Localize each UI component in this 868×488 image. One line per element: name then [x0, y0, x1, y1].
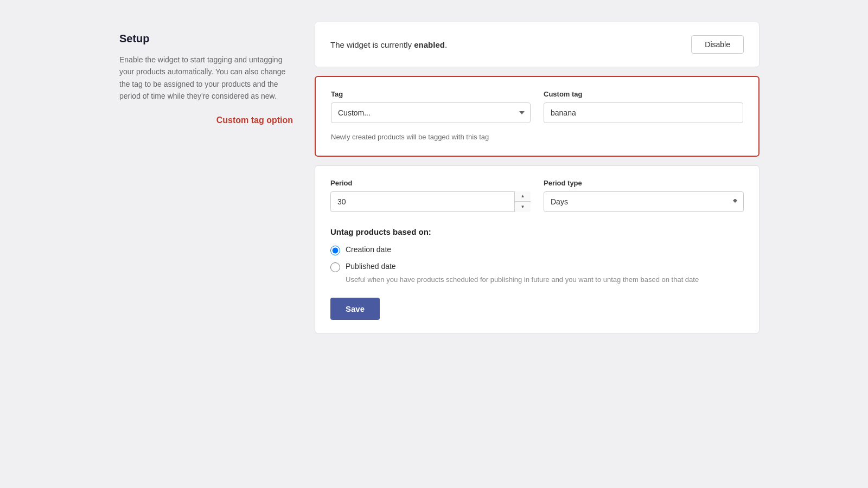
period-up-arrow[interactable]: ▲	[515, 191, 531, 202]
radio-published-date-hint: Useful when you have products scheduled …	[346, 274, 744, 285]
custom-tag-form-group: Custom tag	[544, 90, 743, 123]
tag-label: Tag	[331, 90, 531, 98]
tag-form-group: Tag Custom... New Sale Featured	[331, 90, 531, 123]
radio-item-published-date: Published date Useful when you have prod…	[330, 262, 744, 285]
settings-card: Period ▲ ▼ Period type Days	[315, 165, 760, 334]
radio-item-published: Published date	[330, 262, 744, 272]
period-type-label: Period type	[544, 179, 744, 187]
sidebar-description: Enable the widget to start tagging and u…	[119, 54, 293, 102]
period-type-select-wrapper: Days Weeks Months	[544, 191, 744, 212]
widget-status-text: The widget is currently enabled.	[330, 40, 447, 49]
save-button[interactable]: Save	[330, 298, 380, 320]
custom-tag-input[interactable]	[544, 102, 743, 123]
radio-item-creation: Creation date	[330, 245, 744, 255]
radio-creation-date[interactable]	[330, 246, 340, 255]
period-down-arrow[interactable]: ▼	[515, 202, 531, 212]
radio-group: Creation date Published date Useful when…	[330, 245, 744, 285]
untag-section: Untag products based on: Creation date	[330, 227, 744, 285]
untag-section-title: Untag products based on:	[330, 227, 744, 236]
tag-hint: Newly created products will be tagged wi…	[331, 132, 743, 143]
tag-select[interactable]: Custom... New Sale Featured	[331, 102, 531, 123]
widget-status-card: The widget is currently enabled. Disable	[315, 22, 760, 67]
period-type-select[interactable]: Days Weeks Months	[544, 191, 744, 212]
custom-tag-option-label: Custom tag option	[119, 115, 293, 125]
period-form-group: Period ▲ ▼	[330, 179, 531, 212]
disable-button[interactable]: Disable	[691, 35, 744, 54]
radio-published-date-label[interactable]: Published date	[346, 262, 396, 271]
custom-tag-label: Custom tag	[544, 90, 743, 98]
tag-section-card: Tag Custom... New Sale Featured	[315, 76, 760, 157]
main-content: The widget is currently enabled. Disable…	[315, 22, 760, 333]
widget-status-value: enabled	[414, 40, 445, 49]
tag-form-row: Tag Custom... New Sale Featured	[331, 90, 743, 123]
sidebar-title: Setup	[119, 33, 293, 45]
radio-published-date[interactable]	[330, 262, 340, 272]
period-row: Period ▲ ▼ Period type Days	[330, 179, 744, 212]
period-type-form-group: Period type Days Weeks Months	[544, 179, 744, 212]
sidebar: Setup Enable the widget to start tagging…	[108, 22, 315, 136]
period-arrows: ▲ ▼	[514, 191, 531, 212]
period-input[interactable]	[330, 191, 531, 212]
period-label: Period	[330, 179, 531, 187]
radio-item-creation-date: Creation date	[330, 245, 744, 255]
radio-creation-date-label[interactable]: Creation date	[346, 245, 391, 254]
period-input-wrapper: ▲ ▼	[330, 191, 531, 212]
tag-select-wrapper: Custom... New Sale Featured	[331, 102, 531, 123]
